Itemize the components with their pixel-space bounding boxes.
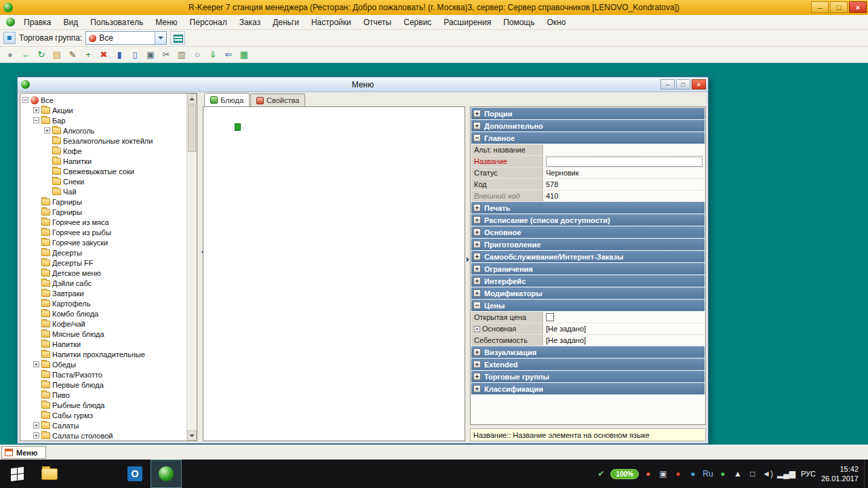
tree-scrollbar[interactable] (186, 94, 197, 441)
menubar-item[interactable]: Сервис (397, 16, 437, 28)
open-folder-icon[interactable]: ▤ (50, 48, 64, 62)
expand-icon[interactable]: + (473, 216, 481, 224)
section-header[interactable]: −Главное (471, 132, 705, 144)
trade-group-combobox[interactable]: Все (85, 31, 167, 45)
delete-icon[interactable]: ✖ (97, 48, 111, 62)
menubar-item[interactable]: Окно (541, 16, 572, 28)
menu-window-titlebar[interactable]: Меню – □ × (18, 77, 708, 92)
save-all-icon[interactable]: ▯ (128, 48, 142, 62)
tree-item[interactable]: Напитки (20, 156, 186, 166)
sync-status-icon[interactable]: ● (717, 468, 728, 479)
section-header[interactable]: +Расписание (список доступности) (471, 214, 705, 226)
tree-item[interactable]: Снеки (20, 176, 186, 186)
section-header[interactable]: −Цены (471, 300, 705, 311)
collapse-icon[interactable]: − (473, 302, 481, 309)
tree-item[interactable]: −Все (20, 95, 186, 105)
edit-icon[interactable]: ✎ (66, 48, 79, 62)
tree-item[interactable]: Завтраки (20, 288, 186, 298)
section-header[interactable]: +Ограничения (471, 263, 705, 274)
tree-item[interactable]: Рыбные блюда (20, 400, 186, 410)
expand-icon[interactable]: + (44, 127, 50, 134)
battery-indicator[interactable]: 100% (610, 469, 639, 479)
tree-item[interactable]: +Акции (20, 105, 186, 115)
section-header[interactable]: +Визуализация (471, 346, 705, 358)
expand-icon[interactable]: + (473, 373, 481, 380)
expand-icon[interactable]: + (473, 110, 481, 117)
collapse-icon[interactable]: − (22, 97, 28, 103)
section-header[interactable]: +Основное (471, 226, 705, 238)
tab-dishes[interactable]: Блюда (204, 93, 250, 106)
menubar-item[interactable]: Помощь (497, 16, 540, 28)
rkeeper-agent-icon[interactable]: ● (673, 468, 684, 479)
minimize-button[interactable]: – (811, 1, 829, 13)
tree-item[interactable]: Горячие закуски (20, 237, 186, 247)
menubar-item[interactable]: Персонал (184, 16, 233, 28)
punto-switcher-icon[interactable]: Ru (703, 468, 713, 479)
new-dish-item[interactable] (235, 123, 241, 131)
expand-icon[interactable]: + (473, 348, 481, 356)
section-header[interactable]: +Модификаторы (471, 287, 705, 299)
collapse-icon[interactable]: − (33, 117, 39, 123)
expand-icon[interactable]: + (473, 289, 481, 297)
expand-icon[interactable]: + (474, 326, 480, 332)
cut-icon[interactable]: ✂ (159, 48, 173, 62)
menubar-item[interactable]: Настройки (305, 16, 357, 28)
expand-icon[interactable]: + (33, 107, 39, 113)
expand-icon[interactable]: + (473, 122, 481, 129)
tree-item[interactable]: Паста/Ризотто (20, 369, 186, 380)
expand-icon[interactable]: + (473, 228, 481, 236)
expand-icon[interactable]: + (473, 241, 481, 248)
back-icon[interactable]: ← (19, 48, 33, 62)
tree-item[interactable]: Первые блюда (20, 380, 186, 390)
tree-item[interactable]: Сабы гурмэ (20, 410, 186, 420)
maximize-button[interactable]: □ (830, 1, 848, 13)
menubar-item[interactable]: Вид (58, 16, 85, 28)
collapse-icon[interactable]: − (473, 134, 481, 142)
section-header[interactable]: +Печать (471, 202, 705, 214)
menu-window-minimize-button[interactable]: – (660, 79, 675, 89)
expand-icon[interactable]: + (473, 265, 481, 272)
tree-item[interactable]: Кофе/чай (20, 319, 186, 329)
tab-properties[interactable]: Свойства (250, 94, 305, 106)
tree-item[interactable]: Комбо блюда (20, 308, 186, 319)
messenger-icon[interactable]: ● (688, 468, 698, 479)
taskbar-clock[interactable]: 15:42 26.01.2017 (821, 464, 859, 483)
scroll-down-button[interactable] (187, 430, 197, 441)
tree-item[interactable]: Кофе (20, 146, 186, 156)
expand-icon[interactable]: + (473, 253, 481, 260)
rkeeper-taskbar-icon[interactable] (151, 460, 182, 488)
expand-icon[interactable]: + (33, 432, 39, 439)
tree-item[interactable]: Мясные блюда (20, 329, 186, 339)
table-view-icon[interactable]: ▦ (237, 48, 251, 62)
section-header[interactable]: +Приготовление (471, 239, 705, 250)
open-price-checkbox[interactable] (546, 313, 554, 321)
menubar-item[interactable]: Отчеты (357, 16, 397, 28)
menubar-item[interactable]: Меню (149, 16, 183, 28)
paste-icon[interactable]: ▥ (175, 48, 189, 62)
outlook-icon[interactable]: O (119, 460, 151, 488)
mdi-menu-window-button[interactable]: Меню (1, 446, 46, 459)
menubar-item[interactable]: Правка (18, 16, 58, 28)
expand-icon[interactable]: + (473, 361, 481, 368)
tree-item[interactable]: Свежевыжатые соки (20, 166, 186, 176)
tree-item[interactable]: Напитки прохладительные (20, 349, 186, 359)
menubar-item[interactable]: Расширения (437, 16, 497, 28)
expand-icon[interactable]: + (33, 361, 39, 367)
tree-item[interactable]: Гарниры (20, 197, 186, 207)
expand-icon[interactable]: + (473, 385, 481, 392)
close-button[interactable]: × (849, 1, 867, 13)
section-header[interactable]: +Порции (471, 108, 705, 119)
menu-window-maximize-button[interactable]: □ (676, 79, 690, 89)
opera-icon[interactable]: ● (643, 468, 654, 479)
hidden-icons-chevron[interactable]: ▲ (732, 468, 743, 479)
name-input[interactable] (546, 157, 703, 167)
properties-splitter[interactable] (465, 106, 470, 441)
show-desktop-button[interactable] (864, 460, 868, 488)
refresh-icon[interactable]: ↻ (35, 48, 48, 62)
tree-item[interactable]: Десерты (20, 247, 186, 258)
properties-icon[interactable]: ● (3, 48, 17, 62)
new-item-icon[interactable]: + (81, 48, 95, 62)
import-icon[interactable]: ⇐ (222, 48, 235, 62)
tree-item[interactable]: Гарниры (20, 207, 186, 217)
export-icon[interactable]: ⇓ (206, 48, 220, 62)
